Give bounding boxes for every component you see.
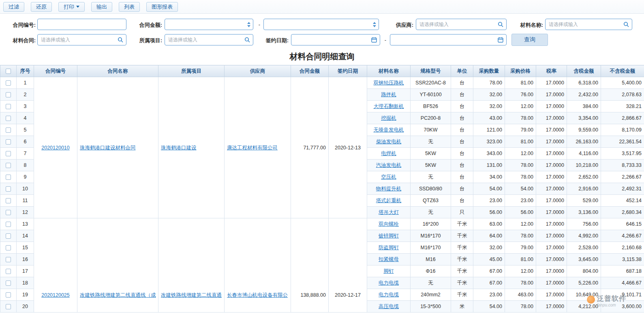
material-name-link[interactable]: 塔式起重机 <box>376 198 402 203</box>
material-name-link[interactable]: 脚钉 <box>384 268 394 274</box>
project-link[interactable]: 改建铁路线增建第二线直通 <box>161 292 222 298</box>
toolbar-restore-button[interactable]: 还原 <box>31 2 52 12</box>
material-name-link[interactable]: 防盗脚钉 <box>379 245 399 250</box>
row-checkbox[interactable] <box>6 280 11 286</box>
cell-sign-date: 2020-12-17 <box>329 218 367 313</box>
material-name-link[interactable]: 物料提升机 <box>376 186 402 192</box>
row-select-cell <box>0 171 17 183</box>
contract-amount-min-field[interactable] <box>165 19 253 30</box>
contract-amount-min-input[interactable] <box>165 19 246 30</box>
row-select-cell <box>0 218 17 230</box>
calendar-icon[interactable] <box>498 37 506 43</box>
row-checkbox[interactable] <box>6 163 11 168</box>
row-checkbox[interactable] <box>6 198 11 203</box>
sign-date-end-field[interactable] <box>390 34 507 45</box>
project-field[interactable] <box>165 34 253 45</box>
toolbar-graph-report-button[interactable]: 图形报表 <box>146 2 178 12</box>
row-checkbox[interactable] <box>6 210 11 215</box>
search-icon[interactable] <box>623 22 632 27</box>
query-button[interactable]: 查询 <box>511 34 548 46</box>
row-checkbox[interactable] <box>6 104 11 109</box>
spinner-down-icon[interactable] <box>247 25 250 27</box>
material-name-link[interactable]: 电力电缆 <box>379 292 399 298</box>
contract-no-link[interactable]: 2020120025 <box>41 292 70 298</box>
supplier-input[interactable] <box>416 19 498 30</box>
material-name-link[interactable]: 柴油发电机 <box>376 139 402 145</box>
material-name-link[interactable]: 电力电缆 <box>379 280 399 286</box>
material-name-link[interactable]: 路拌机 <box>381 92 396 97</box>
row-select-cell <box>0 207 17 218</box>
contract-name-link[interactable]: 珠海鹤港口建设材料合同 <box>80 145 136 151</box>
supplier-link[interactable]: 康达工程材料有限公司 <box>227 145 278 151</box>
material-name-link[interactable]: 双钢轮压路机 <box>374 80 404 86</box>
toolbar-filter-button[interactable]: 过滤 <box>3 2 24 12</box>
toolbar-print-button[interactable]: 打印 <box>58 2 85 12</box>
spinner-up-icon[interactable] <box>247 22 250 24</box>
calendar-icon[interactable] <box>371 37 380 43</box>
cell-price: 463.00 <box>505 289 536 301</box>
spinner-arrows[interactable] <box>372 19 379 30</box>
cell-material-name: 双向螺栓 <box>367 218 411 230</box>
row-checkbox[interactable] <box>6 175 11 180</box>
search-icon[interactable] <box>118 37 126 43</box>
material-contract-input[interactable] <box>38 35 118 45</box>
row-checkbox[interactable] <box>6 186 11 192</box>
toolbar-list-button[interactable]: 列表 <box>119 2 140 12</box>
material-name-link[interactable]: 挖掘机 <box>381 115 396 121</box>
cell-supplier: 长春市博山机电设备有限公 <box>225 218 291 313</box>
material-name-link[interactable]: 双向螺栓 <box>379 221 399 227</box>
spinner-up-icon[interactable] <box>373 22 376 24</box>
row-checkbox[interactable] <box>6 269 11 274</box>
material-name-link[interactable]: 空压机 <box>381 174 396 180</box>
contract-no-link[interactable]: 2020120010 <box>41 145 70 151</box>
material-name-link[interactable]: 大理石翻新机 <box>374 104 404 109</box>
cell-spec: M16*170 <box>411 242 451 254</box>
row-checkbox[interactable] <box>6 139 11 145</box>
material-name-link[interactable]: 扣紧螺母 <box>379 257 399 262</box>
material-name-field[interactable] <box>545 19 632 30</box>
contract-name-link[interactable]: 改建铁路线增建第二线直通线（成 <box>80 292 156 298</box>
toolbar: 过滤 还原 打印 输出 列表 图形报表 <box>0 0 644 14</box>
supplier-link[interactable]: 长春市博山机电设备有限公 <box>227 292 288 298</box>
project-link[interactable]: 珠海鹤港口建设 <box>161 145 197 151</box>
contract-amount-max-input[interactable] <box>264 19 372 30</box>
cell-material-name: 双钢轮压路机 <box>367 77 411 89</box>
search-icon[interactable] <box>498 22 506 27</box>
row-checkbox[interactable] <box>6 292 11 298</box>
sign-date-end-input[interactable] <box>390 35 498 45</box>
col-header-8: 规格型号 <box>411 65 451 77</box>
sign-date-start-field[interactable] <box>291 34 380 45</box>
contract-no-field[interactable] <box>37 19 126 30</box>
row-checkbox[interactable] <box>6 245 11 250</box>
material-name-link[interactable]: 电焊机 <box>381 151 396 156</box>
row-checkbox[interactable] <box>6 80 11 86</box>
row-checkbox[interactable] <box>6 222 11 227</box>
material-name-link[interactable]: 无噪音发电机 <box>374 127 404 133</box>
row-checkbox[interactable] <box>6 257 11 262</box>
material-name-link[interactable]: 高压电缆 <box>379 304 399 309</box>
row-checkbox[interactable] <box>6 233 11 239</box>
supplier-field[interactable] <box>416 19 507 30</box>
row-checkbox[interactable] <box>6 151 11 156</box>
contract-amount-max-field[interactable] <box>263 19 379 30</box>
cell-unit: 台 <box>451 77 473 89</box>
material-name-link[interactable]: 镀锌脚钉 <box>379 233 399 239</box>
sign-date-start-input[interactable] <box>291 35 371 45</box>
row-checkbox[interactable] <box>6 304 11 309</box>
spinner-down-icon[interactable] <box>373 25 376 27</box>
row-checkbox[interactable] <box>6 116 11 121</box>
select-all-header[interactable] <box>0 65 17 77</box>
material-name-link[interactable]: 汽油发电机 <box>376 162 402 168</box>
material-name-input[interactable] <box>546 19 623 30</box>
row-checkbox[interactable] <box>6 127 11 133</box>
material-contract-field[interactable] <box>37 34 126 45</box>
search-icon[interactable] <box>244 37 253 43</box>
select-all-checkbox[interactable] <box>6 69 11 74</box>
project-input[interactable] <box>165 35 244 45</box>
row-checkbox[interactable] <box>6 92 11 97</box>
contract-no-input[interactable] <box>38 19 126 30</box>
toolbar-export-button[interactable]: 输出 <box>91 2 112 12</box>
spinner-arrows[interactable] <box>246 19 253 30</box>
material-name-link[interactable]: 塔吊大灯 <box>379 209 399 215</box>
cell-tax-amount: 9,559.00 <box>567 124 601 136</box>
